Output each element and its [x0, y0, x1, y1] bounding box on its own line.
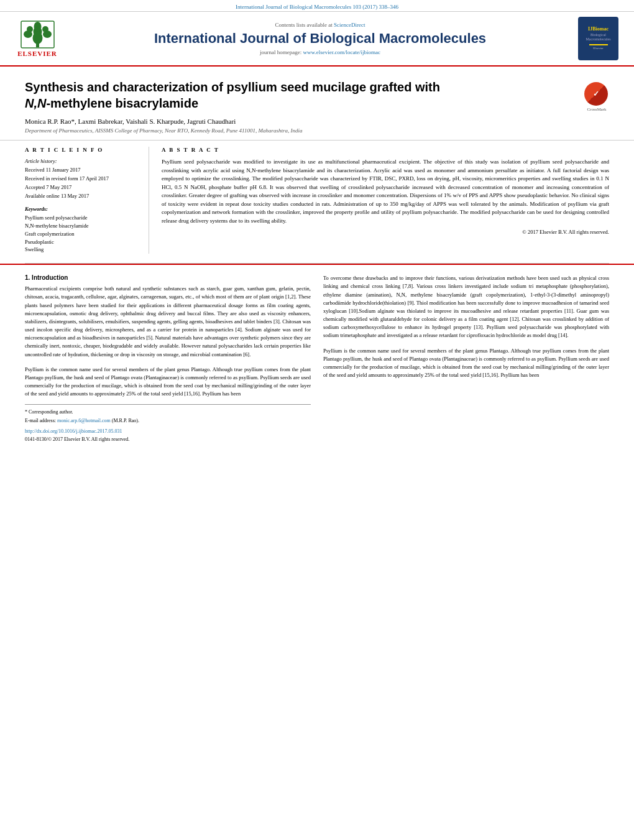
keyword-5: Swelling [25, 246, 139, 254]
article-main-title: Synthesis and characterization of psylli… [25, 79, 572, 111]
elsevier-logo-area: ELSEVIER [12, 21, 62, 57]
badge-title: IJBiomac [588, 26, 609, 32]
journal-icon-badge: IJBiomac BiologicalMacromolecules Elsevi… [578, 17, 618, 60]
right-paragraph-2: Psyllium is the common name used for sev… [323, 347, 609, 380]
received-date: Received 11 January 2017 [25, 167, 139, 174]
online-date: Available online 13 May 2017 [25, 193, 139, 200]
abstract-column: A B S T R A C T Psyllium seed polysaccha… [162, 147, 609, 254]
contents-available-text: Contents lists available at ScienceDirec… [68, 22, 572, 28]
svg-point-3 [34, 22, 41, 32]
intro-heading: 1. Introduction [25, 274, 311, 281]
intro-paragraph-1: Pharmaceutical excipients comprise both … [25, 285, 311, 359]
keyword-3: Graft copolymerization [25, 230, 139, 238]
svg-point-6 [27, 26, 33, 32]
badge-subtitle: BiologicalMacromolecules [586, 33, 611, 43]
doi-link[interactable]: http://dx.doi.org/10.1016/j.ijbiomac.201… [25, 428, 122, 434]
article-title-section: Synthesis and characterization of psylli… [0, 67, 634, 140]
keyword-4: Pseudoplastic [25, 238, 139, 246]
crossmark-label: CrossMark [584, 107, 609, 112]
article-info-header: A R T I C L E I N F O [25, 147, 139, 153]
crossmark-logo: ✓ CrossMark [584, 82, 609, 107]
journal-badge-area: IJBiomac BiologicalMacromolecules Elsevi… [578, 17, 622, 60]
article-authors: Monica R.P. Rao*, Laxmi Babrekar, Vaisha… [25, 118, 572, 125]
elsevier-wordmark: ELSEVIER [17, 50, 57, 57]
main-content-area: 1. Introduction Pharmaceutical excipient… [0, 264, 634, 453]
svg-point-7 [42, 26, 48, 32]
footnote-doi: http://dx.doi.org/10.1016/j.ijbiomac.201… [25, 428, 311, 435]
article-title-block: Synthesis and characterization of psylli… [25, 79, 572, 134]
article-affiliation: Department of Pharmaceutics, AISSMS Coll… [25, 127, 572, 134]
journal-citation-bar: International Journal of Biological Macr… [0, 0, 634, 12]
keywords-label: Keywords: [25, 206, 139, 212]
abstract-header: A B S T R A C T [162, 147, 609, 153]
journal-full-title: International Journal of Biological Macr… [68, 30, 572, 47]
crossmark-icon: ✓ [584, 82, 608, 106]
article-info-abstract-section: A R T I C L E I N F O Article history: R… [0, 140, 634, 263]
right-paragraph-1: To overcome these drawbacks and to impro… [323, 274, 609, 339]
keyword-1: Psyllium seed polysaccharide [25, 214, 139, 222]
elsevier-tree-icon [21, 21, 55, 48]
article-info-column: A R T I C L E I N F O Article history: R… [25, 147, 149, 254]
intro-paragraph-2: Psyllium is the common name used for sev… [25, 366, 311, 399]
sciencedirect-link[interactable]: ScienceDirect [334, 22, 365, 28]
footnote-email: E-mail address: monic.arp.6@hotmail.com … [25, 417, 311, 424]
article-history-label: Article history: [25, 158, 139, 165]
footnote-issn: 0141-8130/© 2017 Elsevier B.V. All right… [25, 436, 311, 443]
journal-title-area: Contents lists available at ScienceDirec… [68, 22, 572, 55]
journal-homepage-line: journal homepage: www.elsevier.com/locat… [68, 49, 572, 55]
journal-homepage-link[interactable]: www.elsevier.com/locate/ijbiomac [303, 49, 380, 55]
journal-citation: International Journal of Biological Macr… [236, 4, 398, 10]
copyright-notice: © 2017 Elsevier B.V. All rights reserved… [162, 229, 609, 235]
content-left-column: 1. Introduction Pharmaceutical excipient… [25, 274, 311, 444]
keyword-2: N,N-methylene bisacrylamide [25, 222, 139, 230]
keywords-section: Keywords: Psyllium seed polysaccharide N… [25, 206, 139, 254]
badge-publisher: Elsevier [593, 47, 603, 51]
footnotes: * Corresponding author. E-mail address: … [25, 404, 311, 443]
content-right-column: To overcome these drawbacks and to impro… [323, 274, 609, 444]
abstract-body: Psyllium seed polysaccharide was modifie… [162, 158, 609, 225]
journal-header: ELSEVIER Contents lists available at Sci… [0, 12, 634, 67]
badge-divider [589, 44, 608, 45]
footnote-email-link[interactable]: monic.arp.6@hotmail.com [57, 418, 111, 423]
revised-date: Received in revised form 17 April 2017 [25, 175, 139, 183]
footnote-corresponding: * Corresponding author. [25, 408, 311, 415]
accepted-date: Accepted 7 May 2017 [25, 184, 139, 192]
elsevier-branding: ELSEVIER [12, 21, 62, 57]
